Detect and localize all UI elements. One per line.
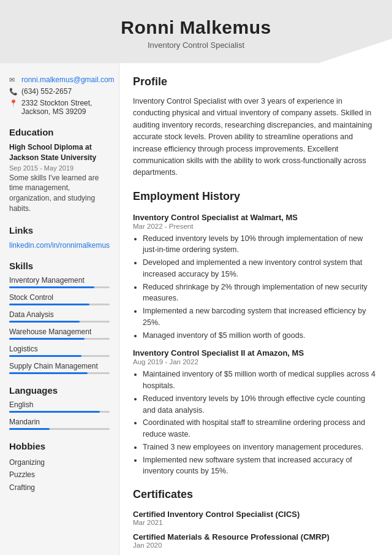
hobbies-title: Hobbies xyxy=(9,441,110,451)
job-bullet: Managed inventory of $5 million worth of… xyxy=(143,330,379,342)
cert-date: Mar 2021 xyxy=(133,519,379,526)
job-bullet: Implemented a new barcoding system that … xyxy=(143,305,379,329)
job-bullet: Trained 3 new employees on inventory man… xyxy=(143,442,379,453)
job-bullet: Implemented new software system that inc… xyxy=(143,454,379,478)
job-bullet: Coordinated with hospital staff to strea… xyxy=(143,417,379,440)
skill-bar-bg xyxy=(9,304,110,305)
cert-date: Jan 2020 xyxy=(133,542,379,549)
email-icon: ✉ xyxy=(9,76,18,84)
hobby-item: Organizing xyxy=(9,456,110,469)
skill-bar-bg xyxy=(9,338,110,340)
hobby-item: Puzzles xyxy=(9,469,110,481)
phone-number: (634) 552-2657 xyxy=(21,87,72,96)
phone-icon: 📞 xyxy=(9,88,18,96)
job-title: Inventory Control Specialist II at Amazo… xyxy=(133,348,379,358)
employment-section-title: Employment History xyxy=(133,190,379,205)
edu-degree: High School Diploma at Jackson State Uni… xyxy=(9,142,110,163)
certificate-entry: Certified Inventory Control Specialist (… xyxy=(133,510,379,526)
contact-section: ✉ ronni.malkemus@gmail.com 📞 (634) 552-2… xyxy=(9,75,110,116)
cert-name: Certified Inventory Control Specialist (… xyxy=(133,510,379,519)
hobbies-section: OrganizingPuzzlesCrafting xyxy=(9,456,110,494)
links-section: linkedin.com/in/ronnimalkemus xyxy=(9,240,110,250)
skill-bar-bg xyxy=(9,355,110,357)
job-entry: Inventory Control Specialist at Walmart,… xyxy=(133,213,379,342)
job-bullet: Developed and implemented a new inventor… xyxy=(143,257,379,280)
skill-bar-fill xyxy=(9,286,94,288)
skill-bar-fill xyxy=(9,338,85,340)
job-bullet: Maintained inventory of $5 million worth… xyxy=(143,369,379,392)
languages-section: English Mandarin xyxy=(9,400,110,430)
email-link[interactable]: ronni.malkemus@gmail.com xyxy=(21,75,115,84)
skills-section: Inventory Management Stock Control Data … xyxy=(9,276,110,374)
job-date: Mar 2022 - Present xyxy=(133,223,379,230)
address-contact: 📍 2332 Stockton Street, Jackson, MS 3920… xyxy=(9,99,110,116)
skills-title: Skills xyxy=(9,261,110,271)
certificates-section-title: Certificates xyxy=(133,488,379,503)
address-text: 2332 Stockton Street, Jackson, MS 39209 xyxy=(21,99,92,116)
skill-bar-bg xyxy=(9,321,110,323)
edu-description: Some skills I've learned are time manage… xyxy=(9,173,110,214)
links-title: Links xyxy=(9,225,110,235)
job-bullet: Reduced inventory levels by 10% through … xyxy=(143,393,379,416)
skill-bar-fill xyxy=(9,355,81,357)
linkedin-link[interactable]: linkedin.com/in/ronnimalkemus xyxy=(9,241,110,250)
main-content: Profile Inventory Control Specialist wit… xyxy=(119,63,392,555)
language-bar-bg xyxy=(9,428,110,430)
skill-label: Supply Chain Management xyxy=(9,362,110,370)
main-layout: ✉ ronni.malkemus@gmail.com 📞 (634) 552-2… xyxy=(0,63,392,555)
skill-item: Warehouse Management xyxy=(9,327,110,340)
job-entry: Inventory Control Specialist II at Amazo… xyxy=(133,348,379,477)
job-bullet: Reduced inventory levels by 10% through … xyxy=(143,233,379,256)
phone-contact: 📞 (634) 552-2657 xyxy=(9,87,110,96)
language-item: Mandarin xyxy=(9,418,110,430)
skill-item: Inventory Management xyxy=(9,276,110,288)
skill-label: Warehouse Management xyxy=(9,327,110,336)
resume-header: Ronni Malkemus Inventory Control Special… xyxy=(0,0,392,63)
skill-bar-fill xyxy=(9,321,80,323)
email-contact: ✉ ronni.malkemus@gmail.com xyxy=(9,75,110,84)
job-bullets-list: Maintained inventory of $5 million worth… xyxy=(133,369,379,477)
certificates-section: Certified Inventory Control Specialist (… xyxy=(133,510,379,549)
education-section: High School Diploma at Jackson State Uni… xyxy=(9,142,110,214)
language-bar-bg xyxy=(9,411,110,413)
job-bullets-list: Reduced inventory levels by 10% through … xyxy=(133,233,379,342)
education-title: Education xyxy=(9,127,110,137)
employment-section: Inventory Control Specialist at Walmart,… xyxy=(133,213,379,478)
skill-bar-fill xyxy=(9,304,89,305)
skill-bar-fill xyxy=(9,372,88,374)
sidebar: ✉ ronni.malkemus@gmail.com 📞 (634) 552-2… xyxy=(0,63,119,555)
skill-bar-bg xyxy=(9,372,110,374)
language-label: English xyxy=(9,400,110,409)
job-date: Aug 2019 - Jan 2022 xyxy=(133,358,379,366)
edu-date: Sep 2015 - May 2019 xyxy=(9,164,110,172)
cert-name: Certified Materials & Resource Professio… xyxy=(133,532,379,542)
language-label: Mandarin xyxy=(9,418,110,426)
skill-label: Stock Control xyxy=(9,293,110,302)
skill-label: Data Analysis xyxy=(9,310,110,319)
certificate-entry: Certified Materials & Resource Professio… xyxy=(133,532,379,549)
language-bar-fill xyxy=(9,411,100,413)
skill-item: Supply Chain Management xyxy=(9,362,110,374)
skill-label: Inventory Management xyxy=(9,276,110,285)
location-icon: 📍 xyxy=(9,99,18,107)
skill-item: Stock Control xyxy=(9,293,110,305)
job-bullet: Reduced shrinkage by 2% through implemen… xyxy=(143,281,379,305)
candidate-name: Ronni Malkemus xyxy=(12,17,380,38)
skill-item: Logistics xyxy=(9,345,110,357)
profile-text: Inventory Control Specialist with over 3… xyxy=(133,96,379,179)
language-item: English xyxy=(9,400,110,413)
hobby-item: Crafting xyxy=(9,481,110,494)
skill-bar-bg xyxy=(9,286,110,288)
languages-title: Languages xyxy=(9,385,110,396)
skill-item: Data Analysis xyxy=(9,310,110,323)
job-title: Inventory Control Specialist at Walmart,… xyxy=(133,213,379,222)
profile-section-title: Profile xyxy=(133,75,379,91)
candidate-title: Inventory Control Specialist xyxy=(12,40,380,50)
language-bar-fill xyxy=(9,428,50,430)
skill-label: Logistics xyxy=(9,345,110,353)
